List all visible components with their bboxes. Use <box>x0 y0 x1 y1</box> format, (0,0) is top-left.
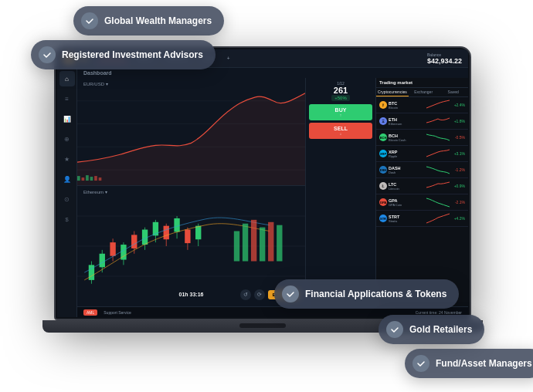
strt-change: +4.2% <box>451 216 465 221</box>
laptop-wrapper: G GBI EUR/USD Bitcoin Ethereum Gold + Ba… <box>42 46 483 355</box>
market-row-dash: DSH DASH Dash -1.2% <box>376 162 468 178</box>
svg-rect-9 <box>99 177 102 181</box>
support-service: Support Service <box>104 310 131 315</box>
sidebar-chart[interactable]: 📊 <box>59 111 75 127</box>
fund-asset-label: Fund/Asset Managers <box>436 358 532 369</box>
svg-rect-32 <box>185 230 190 244</box>
market-row-eth: Ξ ETH Ethereum +1.8% <box>376 113 468 130</box>
timer-display: 01h 33:16 <box>179 292 204 297</box>
settings-icon[interactable]: ⟳ <box>254 289 265 300</box>
dash-change: -1.2% <box>451 167 465 172</box>
market-row-btc: ₿ BTC Bitcoin +2.4% <box>376 97 468 113</box>
strt-sub: Stratis <box>389 219 425 223</box>
sidebar-dollar[interactable]: $ <box>59 211 75 227</box>
strt-sparkline <box>426 212 450 225</box>
balance-section: Balance $42,934.22 <box>427 52 462 65</box>
xrp-icon: XRP <box>379 150 387 157</box>
market-row-bch: BCH BCH Bitcoin Cash -0.5% <box>376 130 468 146</box>
btc-icon: ₿ <box>379 101 387 109</box>
check-icon <box>81 12 98 29</box>
gpa-change: -2.1% <box>451 200 465 204</box>
eth-icon: Ξ <box>379 117 387 125</box>
market-tab-crypto[interactable]: Cryptocurrencies <box>376 88 409 96</box>
price-display: 1/12 261 +50% <box>309 81 372 101</box>
ltc-info: LTC Litecoin <box>389 182 425 191</box>
gpa-icon: GPA <box>379 198 387 206</box>
svg-rect-5 <box>82 177 85 181</box>
eth-sub: Ethereum <box>389 122 425 126</box>
refresh-icon[interactable]: ↺ <box>240 289 251 300</box>
top-bar-right: Balance $42,934.22 <box>427 52 462 65</box>
svg-rect-6 <box>86 175 89 181</box>
svg-rect-7 <box>90 177 93 181</box>
ltc-sub: Litecoin <box>389 187 425 191</box>
global-wealth-badge: Global Wealth Managers <box>73 6 224 35</box>
check-icon-3 <box>282 286 299 302</box>
xrp-info: XRP Ripple <box>389 150 425 158</box>
svg-rect-24 <box>142 230 148 245</box>
tab-add[interactable]: + <box>221 54 236 63</box>
sidebar: ⌂ ≡ 📊 ⊕ ★ 👤 ⊙ $ <box>57 68 77 317</box>
gpa-info: GPA GPA Coin <box>389 198 425 207</box>
trading-panel: 1/12 261 +50% BUY↑ SELL↓ <box>306 78 375 306</box>
market-row-strt: STR STRT Stratis +4.2% <box>376 211 468 227</box>
svg-rect-36 <box>243 224 248 262</box>
bch-sub: Bitcoin Cash <box>389 138 425 142</box>
ticker-aml: AML <box>83 309 97 316</box>
gold-retailers-badge: Gold Retailers <box>379 315 484 344</box>
sell-button[interactable]: SELL↓ <box>309 123 372 139</box>
btc-change: +2.4% <box>451 103 465 107</box>
fund-asset-badge: Fund/Asset Managers <box>405 349 533 378</box>
sidebar-star[interactable]: ★ <box>59 151 75 167</box>
sidebar-list[interactable]: ≡ <box>59 91 75 106</box>
strt-icon: STR <box>379 215 387 222</box>
financial-apps-label: Financial Applications & Tokens <box>305 289 446 299</box>
svg-rect-8 <box>94 176 97 181</box>
bch-info: BCH Bitcoin Cash <box>389 133 425 142</box>
ltc-sparkline <box>426 180 450 192</box>
market-tab-saved[interactable]: Saved <box>438 88 468 96</box>
chart-top: EUR/USD ▾ <box>77 78 305 186</box>
svg-rect-30 <box>174 218 179 232</box>
svg-rect-40 <box>277 225 282 262</box>
screen-content: G GBI EUR/USD Bitcoin Ethereum Gold + Ba… <box>57 49 468 317</box>
price-main: 261 <box>309 86 372 95</box>
xrp-sub: Ripple <box>389 154 425 158</box>
laptop-screen: G GBI EUR/USD Bitcoin Ethereum Gold + Ba… <box>56 48 470 319</box>
sidebar-home[interactable]: ⌂ <box>59 71 75 86</box>
market-row-ltc: Ł LTC Litecoin +0.9% <box>376 178 468 194</box>
xrp-change: +3.1% <box>451 151 465 156</box>
eth-change: +1.8% <box>451 119 465 123</box>
charts-left: EUR/USD ▾ <box>77 78 306 306</box>
market-row-xrp: XRP XRP Ripple +3.1% <box>376 146 468 162</box>
svg-rect-18 <box>110 242 115 256</box>
market-tab-exchanger[interactable]: Exchanger <box>409 88 439 96</box>
global-wealth-label: Global Wealth Managers <box>104 15 212 26</box>
buy-button[interactable]: BUY↑ <box>309 104 372 120</box>
svg-rect-37 <box>251 220 256 262</box>
svg-rect-4 <box>77 176 80 181</box>
current-time: Current time: 24 November <box>416 310 462 315</box>
sidebar-search[interactable]: ⊕ <box>59 131 75 147</box>
gold-retailers-label: Gold Retailers <box>409 324 472 335</box>
svg-rect-38 <box>260 228 265 262</box>
svg-rect-28 <box>164 226 169 240</box>
gpa-sparkline <box>426 196 450 208</box>
strt-info: STRT Stratis <box>389 215 425 223</box>
check-icon-5 <box>412 355 429 372</box>
sidebar-user[interactable]: 👤 <box>59 171 75 187</box>
bch-sparkline <box>426 131 450 144</box>
chart-bottom-label: Ethereum ▾ <box>83 189 107 194</box>
svg-rect-35 <box>234 231 239 262</box>
dash-sub: Dash <box>389 171 425 174</box>
charts-area: EUR/USD ▾ <box>77 78 468 306</box>
buy-sell: BUY↑ SELL↓ <box>309 104 372 139</box>
svg-rect-16 <box>100 254 105 268</box>
registered-investment-label: Registered Investment Advisors <box>62 49 203 60</box>
svg-rect-34 <box>195 226 201 240</box>
gpa-sub: GPA Coin <box>389 203 425 207</box>
ltc-change: +0.9% <box>451 184 465 188</box>
sidebar-clock[interactable]: ⊙ <box>59 191 75 207</box>
financial-apps-badge: Financial Applications & Tokens <box>274 279 459 309</box>
dash-icon: DSH <box>379 166 387 174</box>
